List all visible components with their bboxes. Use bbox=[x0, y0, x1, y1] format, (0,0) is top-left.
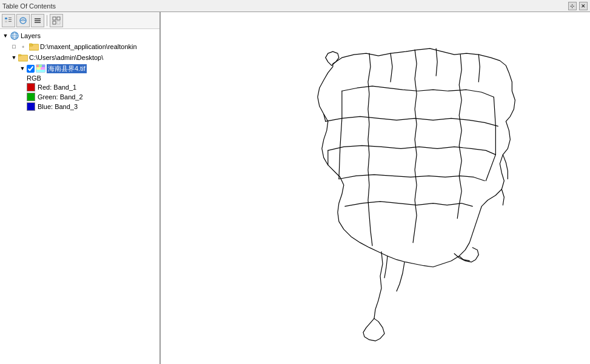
band-blue-row: Blue: Band_3 bbox=[0, 102, 159, 111]
svg-rect-8 bbox=[35, 20, 41, 21]
list-view-icon bbox=[4, 16, 13, 25]
svg-rect-10 bbox=[53, 17, 56, 20]
svg-rect-7 bbox=[35, 18, 41, 19]
layers-label[interactable]: Layers bbox=[21, 32, 41, 39]
rgb-label: RGB bbox=[27, 74, 41, 82]
svg-rect-11 bbox=[57, 17, 60, 20]
folder-users-icon bbox=[18, 53, 28, 62]
pin-icon: ⊹ bbox=[570, 3, 575, 9]
toc-panel: ▼ Layers □ + bbox=[0, 12, 161, 364]
options-view-icon bbox=[33, 16, 42, 25]
title-bar: Table Of Contents ⊹ ✕ bbox=[0, 0, 590, 12]
green-color-box bbox=[27, 93, 35, 101]
expand-all-icon bbox=[52, 16, 61, 25]
main-layout: ▼ Layers □ + bbox=[0, 12, 590, 364]
close-button[interactable]: ✕ bbox=[579, 2, 588, 10]
folder-maxent-label[interactable]: D:\maxent_application\realtonkin bbox=[40, 43, 137, 50]
map-svg bbox=[161, 12, 590, 364]
raster-hainan-row: ▼ 海南县界4.tif bbox=[0, 63, 159, 74]
options-view-button[interactable] bbox=[31, 14, 44, 27]
toc-toolbar bbox=[0, 12, 159, 29]
layers-globe-icon bbox=[10, 31, 19, 41]
expand-all-button[interactable] bbox=[50, 14, 63, 27]
title-bar-left: Table Of Contents bbox=[2, 2, 56, 10]
svg-rect-4 bbox=[8, 21, 12, 22]
red-color-box bbox=[27, 83, 35, 91]
band-blue-label: Blue: Band_3 bbox=[38, 103, 78, 110]
folder-users-expand[interactable]: ▼ bbox=[10, 53, 18, 62]
svg-rect-9 bbox=[35, 22, 41, 23]
rgb-label-row: RGB bbox=[0, 74, 159, 82]
source-view-button[interactable] bbox=[16, 14, 30, 27]
source-view-icon bbox=[19, 16, 27, 25]
raster-hainan-icon bbox=[36, 64, 45, 73]
folder-maxent-expand-icon[interactable]: + bbox=[18, 42, 28, 51]
svg-rect-13 bbox=[57, 21, 60, 24]
svg-rect-30 bbox=[36, 70, 45, 72]
svg-rect-22 bbox=[18, 55, 28, 61]
folder-maxent-row: □ + D:\maxent_application\realtonkin bbox=[0, 41, 159, 52]
band-green-label: Green: Band_2 bbox=[38, 93, 83, 101]
title-bar-controls: ⊹ ✕ bbox=[568, 2, 588, 10]
svg-rect-26 bbox=[39, 65, 42, 67]
blue-color-box bbox=[27, 102, 35, 111]
toc-content[interactable]: ▼ Layers □ + bbox=[0, 29, 159, 364]
folder-maxent-icon bbox=[29, 42, 39, 51]
map-panel bbox=[161, 12, 590, 364]
svg-rect-1 bbox=[5, 21, 7, 22]
raster-hainan-label[interactable]: 海南县界4.tif bbox=[47, 64, 87, 73]
map-canvas bbox=[161, 12, 590, 364]
list-view-button[interactable] bbox=[2, 14, 15, 27]
band-red-label: Red: Band_1 bbox=[38, 84, 76, 91]
folder-users-row: ▼ C:\Users\admin\Desktop\ bbox=[0, 52, 159, 63]
svg-rect-23 bbox=[18, 55, 21, 56]
raster-hainan-expand[interactable]: ▼ bbox=[18, 64, 27, 73]
layers-expand-icon[interactable]: ▼ bbox=[1, 31, 10, 40]
svg-rect-2 bbox=[8, 18, 12, 18]
folder-users-label[interactable]: C:\Users\admin\Desktop\ bbox=[29, 54, 103, 61]
pin-button[interactable]: ⊹ bbox=[568, 2, 577, 10]
band-red-row: Red: Band_1 bbox=[0, 82, 159, 92]
svg-rect-27 bbox=[42, 65, 45, 67]
raster-hainan-checkbox[interactable] bbox=[27, 65, 35, 73]
svg-rect-12 bbox=[53, 21, 56, 24]
svg-rect-28 bbox=[36, 67, 41, 70]
folder-maxent-expand[interactable]: □ bbox=[10, 42, 18, 51]
svg-rect-25 bbox=[36, 65, 39, 67]
layers-root-row: ▼ Layers bbox=[0, 30, 159, 41]
band-green-row: Green: Band_2 bbox=[0, 92, 159, 102]
svg-rect-0 bbox=[5, 18, 7, 19]
svg-rect-21 bbox=[29, 44, 32, 45]
toolbar-separator bbox=[47, 15, 47, 26]
close-icon: ✕ bbox=[581, 3, 586, 9]
svg-rect-29 bbox=[41, 67, 45, 70]
app-title: Table Of Contents bbox=[2, 2, 56, 10]
svg-rect-3 bbox=[8, 19, 12, 20]
